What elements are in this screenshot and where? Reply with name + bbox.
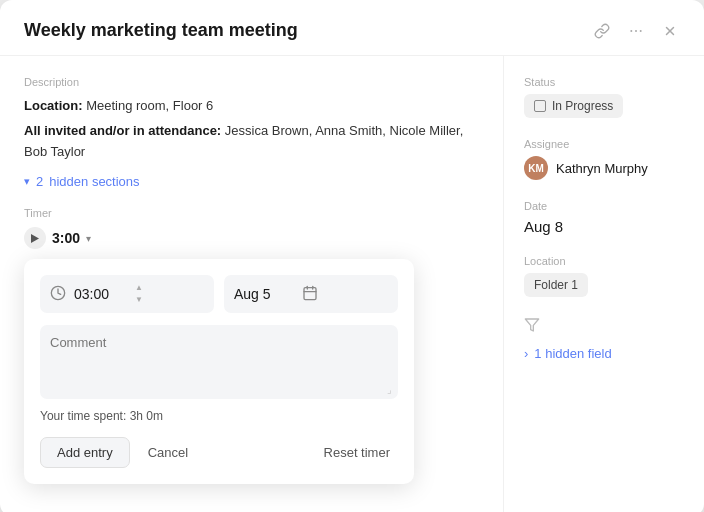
date-input-box bbox=[224, 275, 398, 313]
assignee-name: Kathryn Murphy bbox=[556, 161, 648, 176]
svg-marker-5 bbox=[31, 234, 39, 243]
assignee-row: KM Kathryn Murphy bbox=[524, 156, 684, 180]
sidebar-location-section: Location Folder 1 bbox=[524, 255, 684, 297]
clock-icon bbox=[50, 285, 66, 304]
close-icon[interactable] bbox=[660, 21, 680, 41]
status-checkbox-icon bbox=[534, 100, 546, 112]
comment-textarea[interactable] bbox=[50, 335, 388, 385]
sidebar-assignee-section: Assignee KM Kathryn Murphy bbox=[524, 138, 684, 180]
hidden-sections-label: hidden sections bbox=[49, 174, 139, 189]
svg-point-0 bbox=[630, 30, 632, 32]
modal-header: Weekly marketing team meeting bbox=[0, 0, 704, 56]
status-label: Status bbox=[524, 76, 684, 88]
sidebar: Status In Progress Assignee KM Kathryn M… bbox=[504, 56, 704, 512]
timer-play-button[interactable] bbox=[24, 227, 46, 249]
resize-handle[interactable]: ⌟ bbox=[387, 384, 392, 395]
hidden-field-label: 1 hidden field bbox=[534, 346, 611, 361]
spinner-up-button[interactable]: ▲ bbox=[132, 283, 146, 293]
svg-marker-11 bbox=[525, 319, 538, 331]
timer-input-box: ▲ ▼ bbox=[40, 275, 214, 313]
dropdown-actions: Add entry Cancel Reset timer bbox=[40, 437, 398, 468]
status-badge[interactable]: In Progress bbox=[524, 94, 623, 118]
sidebar-location-label: Location bbox=[524, 255, 684, 267]
hidden-sections-toggle[interactable]: ▾ 2 hidden sections bbox=[24, 174, 479, 189]
add-entry-button[interactable]: Add entry bbox=[40, 437, 130, 468]
description-attendees: All invited and/or in attendance: Jessic… bbox=[24, 121, 479, 163]
chevron-right-icon: › bbox=[524, 346, 528, 361]
time-spent: Your time spent: 3h 0m bbox=[40, 409, 398, 423]
comment-box: ⌟ bbox=[40, 325, 398, 399]
svg-point-1 bbox=[635, 30, 637, 32]
svg-rect-7 bbox=[304, 288, 316, 300]
timer-value: 3:00 bbox=[52, 230, 80, 246]
timer-date-input[interactable] bbox=[234, 286, 294, 302]
hidden-sections-count: 2 bbox=[36, 174, 43, 189]
attendees-label: All invited and/or in attendance: bbox=[24, 123, 221, 138]
status-value: In Progress bbox=[552, 99, 613, 113]
description-location: Location: Meeting room, Floor 6 bbox=[24, 96, 479, 117]
svg-point-2 bbox=[640, 30, 642, 32]
hidden-field-toggle[interactable]: › 1 hidden field bbox=[524, 346, 684, 361]
filter-icon-area bbox=[524, 317, 684, 336]
timer-spinners: ▲ ▼ bbox=[132, 283, 146, 305]
location-badge[interactable]: Folder 1 bbox=[524, 273, 588, 297]
reset-timer-button[interactable]: Reset timer bbox=[316, 438, 398, 467]
link-icon[interactable] bbox=[592, 21, 612, 41]
timer-dropdown: ▲ ▼ bbox=[24, 259, 414, 484]
timer-section: Timer 3:00 ▾ bbox=[24, 207, 479, 484]
location-label: Location: bbox=[24, 98, 83, 113]
timer-label: Timer bbox=[24, 207, 479, 219]
spinner-down-button[interactable]: ▼ bbox=[132, 295, 146, 305]
modal-title: Weekly marketing team meeting bbox=[24, 20, 298, 41]
header-icons bbox=[592, 21, 680, 41]
sidebar-date-section: Date Aug 8 bbox=[524, 200, 684, 235]
timer-row: 3:00 ▾ bbox=[24, 227, 479, 249]
main-content: Description Location: Meeting room, Floo… bbox=[0, 56, 504, 512]
date-label: Date bbox=[524, 200, 684, 212]
timer-time-input[interactable] bbox=[74, 286, 124, 302]
location-value: Meeting room, Floor 6 bbox=[86, 98, 213, 113]
time-spent-value: 3h 0m bbox=[130, 409, 163, 423]
description-label: Description bbox=[24, 76, 479, 88]
chevron-down-icon: ▾ bbox=[24, 175, 30, 188]
avatar: KM bbox=[524, 156, 548, 180]
cancel-button[interactable]: Cancel bbox=[140, 438, 196, 467]
timer-chevron-icon[interactable]: ▾ bbox=[86, 233, 91, 244]
location-value: Folder 1 bbox=[534, 278, 578, 292]
assignee-label: Assignee bbox=[524, 138, 684, 150]
modal-container: Weekly marketing team meeting bbox=[0, 0, 704, 512]
more-icon[interactable] bbox=[626, 21, 646, 41]
sidebar-status-section: Status In Progress bbox=[524, 76, 684, 118]
calendar-icon[interactable] bbox=[302, 285, 318, 304]
timer-inputs-row: ▲ ▼ bbox=[40, 275, 398, 313]
modal-body: Description Location: Meeting room, Floo… bbox=[0, 56, 704, 512]
date-value: Aug 8 bbox=[524, 218, 684, 235]
filter-icon[interactable] bbox=[524, 317, 540, 333]
time-spent-label: Your time spent: bbox=[40, 409, 126, 423]
